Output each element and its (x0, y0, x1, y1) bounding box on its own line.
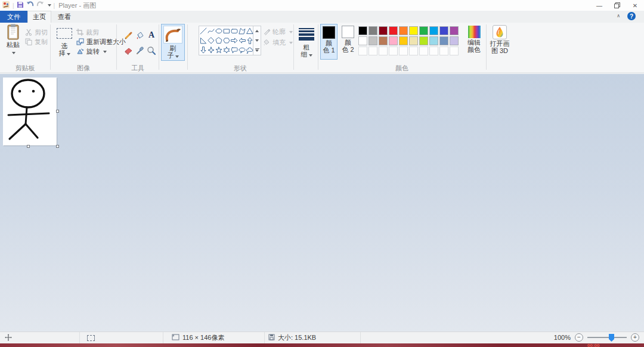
palette-swatch[interactable] (450, 36, 459, 45)
shape-star-6-icon[interactable] (222, 45, 230, 55)
shape-curve-icon[interactable] (207, 26, 215, 36)
palette-swatch[interactable] (358, 26, 367, 35)
copy-label: 复制 (35, 38, 48, 47)
open-paint3d-button[interactable]: 打开画 图 3D (488, 24, 512, 60)
crop-button[interactable]: 裁剪 (76, 28, 99, 37)
palette-swatch[interactable] (369, 36, 377, 45)
shape-polygon-icon[interactable] (238, 26, 246, 36)
palette-swatch-empty[interactable] (358, 47, 367, 55)
palette-swatch[interactable] (439, 26, 448, 35)
palette-swatch[interactable] (389, 36, 398, 45)
palette-swatch-empty[interactable] (450, 47, 459, 55)
shape-star-5-icon[interactable] (215, 45, 222, 55)
palette-swatch[interactable] (429, 36, 438, 45)
shapes-scroll-up-icon[interactable] (253, 26, 261, 36)
palette-swatch-empty[interactable] (369, 47, 377, 55)
rotate-button[interactable]: 旋转 (76, 47, 107, 56)
palette-swatch[interactable] (399, 26, 408, 35)
shape-rectangle-icon[interactable] (222, 26, 230, 36)
palette-swatch-empty[interactable] (399, 47, 408, 55)
resize-handle-right[interactable] (56, 110, 59, 113)
shape-callout-cloud-icon[interactable] (246, 45, 253, 55)
shape-callout-rounded-icon[interactable] (230, 45, 238, 55)
zoom-in-icon[interactable]: + (631, 333, 639, 342)
palette-swatch-empty[interactable] (429, 47, 438, 55)
shape-arrow-down-icon[interactable] (199, 45, 207, 55)
select-button[interactable]: 选 择 (54, 24, 75, 60)
shapes-more-icon[interactable] (253, 45, 261, 55)
zoom-slider-thumb[interactable] (609, 334, 614, 342)
dropdown-arrow-icon (12, 52, 16, 54)
shape-hexagon-icon[interactable] (222, 36, 230, 45)
palette-swatch[interactable] (358, 36, 367, 45)
help-icon[interactable]: ? (627, 12, 636, 20)
close-button[interactable]: ✕ (626, 0, 644, 11)
palette-swatch[interactable] (439, 36, 448, 45)
tab-view[interactable]: 查看 (52, 11, 76, 23)
palette-swatch[interactable] (419, 26, 428, 35)
cut-button[interactable]: 剪切 (25, 28, 48, 37)
shape-arrow-right-icon[interactable] (230, 36, 238, 45)
shape-arrow-up-icon[interactable] (246, 36, 253, 45)
zoom-out-icon[interactable]: − (575, 333, 583, 342)
palette-swatch[interactable] (369, 26, 377, 35)
zoom-slider[interactable] (587, 337, 627, 338)
shape-fill-button[interactable]: 填充 (263, 38, 293, 47)
palette-swatch[interactable] (409, 26, 418, 35)
resize-handle-bottom[interactable] (27, 145, 30, 148)
palette-swatch[interactable] (429, 26, 438, 35)
palette-swatch[interactable] (379, 36, 388, 45)
palette-swatch-empty[interactable] (419, 47, 428, 55)
palette-swatch[interactable] (389, 26, 398, 35)
palette-swatch[interactable] (409, 36, 418, 45)
pencil-icon[interactable] (123, 30, 134, 41)
shape-callout-oval-icon[interactable] (238, 45, 246, 55)
copy-button[interactable]: 复制 (25, 38, 48, 47)
restore-button[interactable] (608, 0, 626, 11)
shape-diamond-icon[interactable] (207, 36, 215, 45)
qat-customize-icon[interactable] (48, 4, 51, 7)
palette-swatch[interactable] (419, 36, 428, 45)
color-picker-icon[interactable] (135, 45, 145, 56)
paste-button[interactable]: 粘贴 (4, 24, 23, 60)
magnifier-icon[interactable] (146, 45, 157, 56)
palette-swatch[interactable] (399, 36, 408, 45)
edit-colors-button[interactable]: 编辑 颜色 (464, 24, 484, 60)
eraser-icon[interactable] (123, 45, 134, 56)
palette-swatch-empty[interactable] (439, 47, 448, 55)
palette-swatch[interactable] (450, 26, 459, 35)
palette-swatch-empty[interactable] (409, 47, 418, 55)
redo-icon[interactable] (36, 1, 44, 10)
color1-button[interactable]: 颜 色 1 (320, 24, 338, 60)
brushes-button[interactable]: 刷 子 (161, 24, 185, 61)
shape-pentagon-icon[interactable] (215, 36, 222, 45)
fill-icon[interactable] (135, 30, 145, 41)
collapse-ribbon-icon[interactable]: ∧ (617, 13, 620, 18)
outline-button[interactable]: 轮廓 (263, 27, 293, 36)
shape-triangle-icon[interactable] (246, 26, 253, 36)
text-tool-icon[interactable]: A (146, 30, 157, 41)
save-icon[interactable] (17, 1, 24, 10)
minimize-button[interactable]: — (590, 0, 608, 11)
dropdown-arrow-icon (67, 53, 70, 55)
size-button[interactable]: 粗 细 (296, 24, 317, 60)
shape-rounded-rectangle-icon[interactable] (230, 26, 238, 36)
shape-star-4-icon[interactable] (207, 45, 215, 55)
shape-ellipse-icon[interactable] (215, 26, 222, 36)
undo-icon[interactable] (26, 1, 34, 10)
crop-label: 裁剪 (86, 28, 99, 37)
shape-line-icon[interactable] (199, 26, 207, 36)
palette-swatch-empty[interactable] (389, 47, 398, 55)
color2-button[interactable]: 颜 色 2 (339, 24, 357, 60)
tab-file[interactable]: 文件 (0, 11, 27, 23)
palette-swatch[interactable] (379, 26, 388, 35)
drawing-canvas[interactable] (3, 78, 57, 145)
tab-home[interactable]: 主页 (27, 11, 51, 23)
canvas-work-area[interactable] (0, 74, 644, 331)
palette-swatch-empty[interactable] (379, 47, 388, 55)
resize-button[interactable]: 重新调整大小 (76, 38, 126, 47)
shape-arrow-left-icon[interactable] (238, 36, 246, 45)
shapes-scroll-down-icon[interactable] (253, 36, 261, 45)
shape-right-triangle-icon[interactable] (199, 36, 207, 45)
resize-handle-corner[interactable] (56, 145, 59, 148)
